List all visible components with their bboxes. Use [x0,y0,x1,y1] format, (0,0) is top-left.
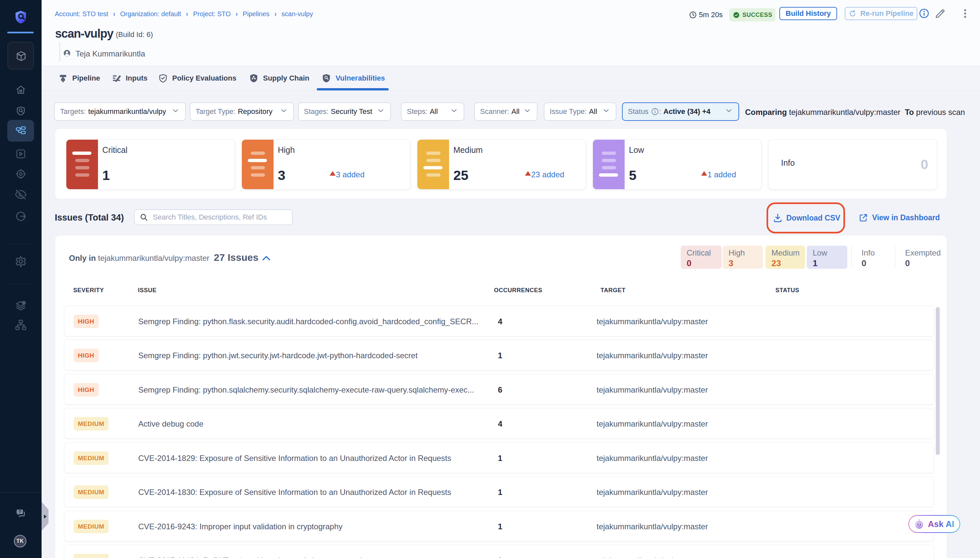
svg-text:?: ? [18,509,21,514]
